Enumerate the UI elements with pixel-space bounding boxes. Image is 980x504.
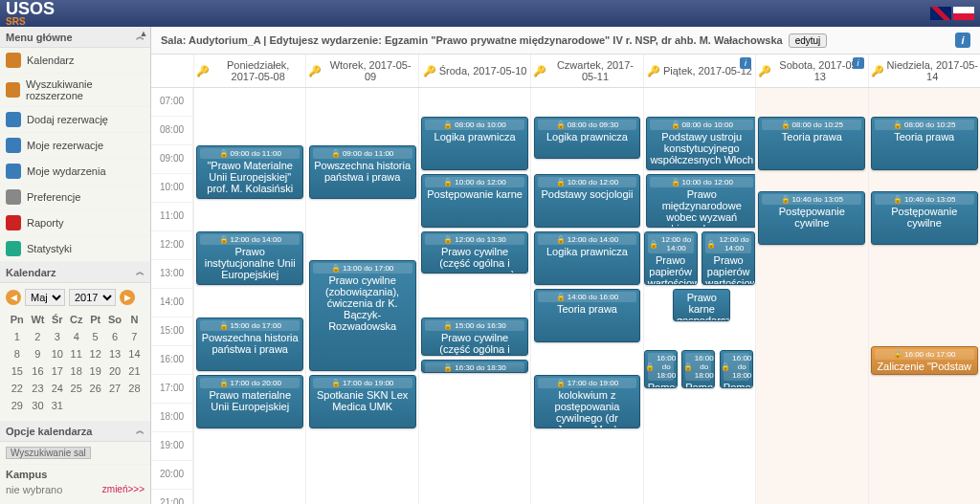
cal-day[interactable]: 26 (87, 381, 103, 396)
time-label: 07:00 (151, 88, 192, 117)
event-title: Pomoc (685, 382, 711, 388)
next-month-icon[interactable]: ▶ (120, 290, 135, 305)
calendar-event[interactable]: 🔒12:00 do 13:30Prawo cywilne (część ogól… (421, 231, 528, 274)
sidebar-item-5[interactable]: Preferencje (0, 185, 150, 210)
calendar-event[interactable]: 🔒10:00 do 12:00Podstawy socjologii (534, 174, 641, 228)
cal-day[interactable]: 6 (105, 329, 124, 344)
cal-day[interactable]: 2 (29, 329, 48, 344)
year-select[interactable]: 2017 (69, 289, 116, 306)
sidebar-item-1[interactable]: Wyszukiwanie rozszerzone (0, 74, 150, 107)
language-flags (930, 7, 974, 20)
sidebar-item-4[interactable]: Moje wydarzenia (0, 159, 150, 185)
flag-pl-icon[interactable] (953, 7, 974, 20)
calendar-event[interactable]: 🔒16:00 do 17:00Zaliczenie "Podstaw (871, 346, 978, 375)
cal-day[interactable]: 10 (49, 346, 65, 362)
sidebar-scrollbar[interactable]: ▲ (137, 27, 150, 504)
sidebar-item-6[interactable]: Raporty (0, 210, 150, 236)
cal-day[interactable]: 8 (8, 346, 27, 362)
cal-day[interactable]: 23 (29, 381, 48, 396)
event-title: Prawo cywilne (część ogólna i prawo rzec… (425, 246, 524, 274)
sidebar-item-3[interactable]: Moje rezerwacje (0, 133, 150, 159)
calendar-event[interactable]: 🔒12:00 do 14:00Prawo instytucjonalne Uni… (196, 231, 303, 285)
calendar-event[interactable]: 🔒09:00 do 11:00"Prawo Materialne Unii Eu… (196, 145, 303, 199)
cal-day[interactable]: 1 (8, 329, 27, 344)
calendar-event[interactable]: 🔒15:00 do 16:30Prawo cywilne (część ogól… (421, 318, 528, 356)
cal-day[interactable]: 24 (49, 381, 65, 396)
calendar-event[interactable]: 🔒08:00 do 10:00Podstawy ustroju konstytu… (646, 117, 757, 170)
cal-day[interactable]: 20 (105, 363, 124, 379)
cal-day[interactable]: 17 (49, 363, 65, 379)
calendar-event[interactable]: 🔒17:00 do 19:00Spotkanie SKN Lex Medica … (309, 375, 416, 428)
lock-icon: 🔒 (443, 121, 453, 129)
lock-icon: 🔒 (219, 149, 229, 158)
cal-day[interactable]: 3 (49, 329, 65, 344)
cal-day[interactable]: 12 (87, 346, 103, 362)
cal-day[interactable]: 22 (8, 381, 27, 396)
calendar-event[interactable]: 🔒16:00 do 18:00Pomoc (681, 350, 715, 388)
search-rooms-item[interactable]: Wyszukiwanie sal (0, 442, 150, 465)
sidebar-item-2[interactable]: Dodaj rezerwację (0, 107, 150, 133)
cal-day[interactable]: 16 (29, 363, 48, 379)
calendar-event[interactable]: 🔒14:00 do 16:00Teoria prawa (534, 289, 641, 342)
campus-value: nie wybranozmień>>> (0, 484, 150, 499)
scroll-up-icon[interactable]: ▲ (140, 29, 148, 38)
cal-day[interactable] (105, 398, 124, 413)
calendar-event[interactable]: 🔒10:00 do 12:00Postępowanie karne (421, 174, 528, 228)
calendar-event[interactable]: 🔒17:00 do 19:00kolokwium z postępowania … (534, 375, 641, 428)
calendar-event[interactable]: 🔒09:00 do 11:00Powszechna historia państ… (309, 145, 416, 199)
info-icon[interactable]: i (955, 33, 970, 48)
calendar-event[interactable]: 🔒12:00 do 14:00Prawo papierów wartościow… (644, 231, 698, 285)
calendar-event[interactable]: 🔒12:00 do 14:00Prawo papierów wartościow… (702, 231, 755, 285)
cal-day[interactable]: 5 (87, 329, 103, 344)
info-badge-icon[interactable]: i (740, 57, 751, 69)
cal-day[interactable]: 9 (29, 346, 48, 362)
menu-icon (6, 189, 21, 205)
cal-day[interactable]: 15 (8, 363, 27, 379)
cal-day[interactable] (67, 398, 85, 413)
calendar-event[interactable]: 🔒16:30 do 18:30 (421, 360, 528, 373)
cal-day[interactable]: 19 (87, 363, 103, 379)
calendar-event[interactable]: 🔒12:00 do 14:00Logika prawnicza (534, 231, 641, 285)
calendar-event[interactable]: 🔒10:40 do 13:05Postępowanie cywilne (871, 191, 978, 245)
sidebar-item-7[interactable]: Statystyki (0, 236, 150, 262)
calendar-event[interactable]: Prawo karne gospodarcze (673, 289, 731, 321)
calendar-event[interactable]: 🔒08:00 do 09:30Logika prawnicza (534, 117, 641, 159)
cal-day[interactable]: 29 (8, 398, 27, 413)
month-select[interactable]: Maj (25, 289, 65, 306)
event-title: Logika prawnicza (538, 246, 637, 257)
calendar-event[interactable]: 🔒13:00 do 17:00Prawo cywilne (zobowiązan… (309, 260, 416, 371)
cal-day[interactable]: 4 (67, 329, 85, 344)
menu-heading[interactable]: Menu główne︽ (0, 27, 150, 48)
calendar-event[interactable]: 🔒16:00 do 18:00Pomoc (644, 350, 678, 388)
cal-day[interactable]: 25 (67, 381, 85, 396)
cal-day[interactable]: 31 (49, 398, 65, 413)
calendar-event[interactable]: 🔒08:00 do 10:00Logika prawnicza (421, 117, 528, 170)
calendar-event[interactable]: 🔒08:00 do 10:25Teoria prawa (871, 117, 978, 170)
calendar-event[interactable]: 🔒17:00 do 20:00Prawo materialne Unii Eur… (196, 375, 303, 428)
calendar-event[interactable]: 🔒10:40 do 13:05Postępowanie cywilne (758, 191, 865, 245)
calendar-event[interactable]: 🔒16:00 do 18:00Pomoc (720, 350, 753, 388)
edit-button[interactable]: edytuj (789, 33, 828, 48)
sidebar-item-0[interactable]: Kalendarz (0, 48, 150, 74)
cal-day[interactable]: 13 (105, 346, 124, 362)
cal-day[interactable]: 30 (29, 398, 48, 413)
calendar-event[interactable]: 🔒08:00 do 10:25Teoria prawa (758, 117, 865, 170)
info-badge-icon[interactable]: i (853, 57, 864, 69)
lock-icon: 🔒 (893, 350, 902, 359)
cal-day[interactable]: 11 (67, 346, 85, 362)
cal-day[interactable]: 18 (67, 363, 85, 379)
calendar-event[interactable]: 🔒15:00 do 17:00Powszechna historia państ… (196, 318, 303, 371)
calendar-event[interactable]: 🔒10:00 do 12:00Prawo międzynarodowe wobe… (646, 174, 757, 228)
cal-day[interactable] (87, 398, 103, 413)
event-title: Podstawy socjologii (538, 188, 637, 200)
flag-uk-icon[interactable] (930, 7, 951, 20)
calendar-heading[interactable]: Kalendarz︽ (0, 262, 150, 283)
time-label: 19:00 (151, 432, 192, 461)
day-column: 🔒08:00 do 10:00Logika prawnicza🔒10:00 do… (418, 88, 530, 504)
prev-month-icon[interactable]: ◀ (6, 290, 21, 305)
event-title: Prawo papierów wartościowych (705, 254, 751, 285)
menu-icon (6, 164, 21, 179)
options-heading[interactable]: Opcje kalendarza︽ (0, 421, 150, 442)
cal-day[interactable]: 27 (105, 381, 124, 396)
calendar-grid[interactable]: 07:0008:0009:0010:0011:0012:0013:0014:00… (151, 88, 980, 504)
